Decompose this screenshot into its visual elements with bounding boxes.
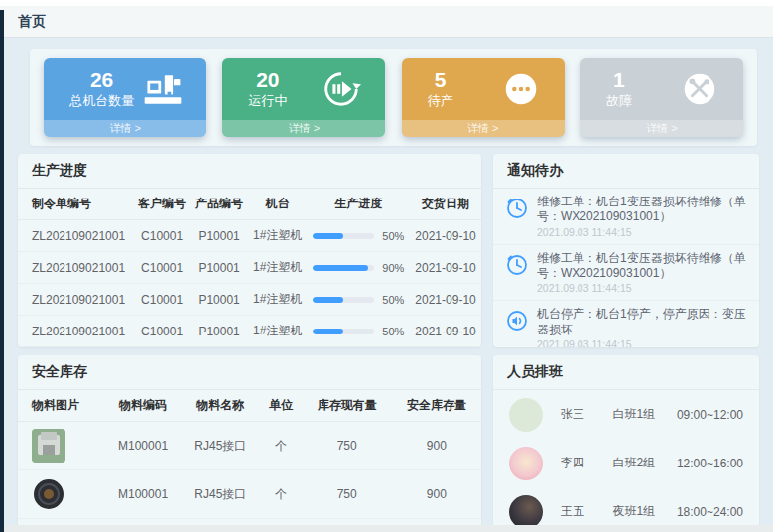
list-item[interactable]: 维修工单：机台1变压器损坏待维修（单号：WX202109031001） 2021… [493, 245, 759, 302]
cell-product: P10001 [191, 347, 248, 348]
table-row[interactable]: ZL202109021001 C10001 P10001 1#注塑机 50% 2… [18, 347, 481, 348]
cell-safety-qty: 900 [392, 422, 481, 470]
stat-card-fault[interactable]: 1 故障 详情 > [580, 58, 743, 137]
tab-home[interactable]: 首页 [18, 13, 46, 31]
cell-progress: 50% [308, 220, 411, 252]
window-top-strip [0, 0, 773, 6]
fault-detail-link[interactable]: 详情 > [580, 120, 743, 137]
fault-value: 1 [606, 67, 632, 92]
person-shift: 白班2组 [612, 455, 676, 471]
total-machines-detail-link[interactable]: 详情 > [44, 120, 206, 137]
col-material-name: 物料名称 [182, 390, 261, 422]
col-material-code: 物料编码 [105, 390, 182, 422]
cell-safety-qty: 900 [392, 470, 481, 519]
safety-stock-table: 物料图片 物料编码 物料名称 单位 库存现有量 安全库存量 [18, 390, 481, 532]
cell-order: ZL202109021001 [18, 316, 133, 347]
person-time: 12:00~16:00 [677, 457, 743, 470]
dashboard-content: 26 总机台数量 详情 > [0, 39, 773, 532]
table-row[interactable]: ZL202109021001 C10001 P10001 1#注塑机 50% 2… [18, 316, 481, 347]
notices-panel: 通知待办 维修工单：机台1变压器损坏待维修（单号：WX202109031001）… [493, 154, 759, 347]
card-body: 20 运行中 [222, 58, 385, 120]
avatar [509, 398, 543, 432]
safety-stock-title: 安全库存 [18, 355, 481, 390]
col-machine: 机台 [248, 189, 307, 220]
total-machines-value: 26 [69, 67, 134, 92]
progress-bar [313, 265, 374, 271]
table-row[interactable]: ZL202109021001 C10001 P10001 1#注塑机 50% 2… [18, 284, 481, 316]
person-time: 09:00~12:00 [677, 408, 743, 422]
cell-customer: C10001 [133, 316, 191, 347]
cell-order: ZL202109021001 [18, 252, 133, 284]
progress-percent: 50% [382, 230, 404, 242]
running-label: 运行中 [248, 92, 287, 110]
production-progress-panel: 生产进度 制令单编号 客户编号 产品编号 机台 生产进度 交货日期 ZL2021… [18, 154, 481, 347]
progress-bar [313, 297, 374, 303]
rj45-connector-image [32, 429, 65, 463]
personnel-schedule-title: 人员排班 [493, 355, 759, 390]
list-item[interactable]: 张三 白班1组 09:00~12:00 [493, 390, 759, 439]
cell-date: 2021-09-10 [410, 252, 481, 284]
running-value: 20 [248, 67, 287, 92]
cell-order: ZL202109021001 [18, 220, 133, 252]
col-progress: 生产进度 [308, 189, 411, 220]
table-row[interactable]: M100001 RJ45接口 个 750 900 [18, 422, 481, 470]
person-time: 18:00~24:00 [677, 505, 743, 519]
avatar [509, 495, 543, 529]
cell-progress: 50% [308, 316, 411, 347]
cell-machine: 1#注塑机 [248, 316, 307, 347]
col-material-image: 物料图片 [18, 390, 105, 422]
cell-machine: 1#注塑机 [248, 220, 307, 252]
waiting-detail-link[interactable]: 详情 > [402, 120, 565, 137]
running-detail-link[interactable]: 详情 > [222, 120, 385, 137]
cell-customer: C10001 [133, 347, 191, 348]
tools-icon [678, 67, 721, 111]
card-body: 26 总机台数量 [44, 58, 206, 120]
table-row[interactable]: M100001 RJ45接口 个 750 900 [18, 470, 481, 519]
cell-material-code: M100001 [105, 422, 182, 470]
progress-bar [313, 233, 374, 239]
table-row[interactable]: ZL202109021001 C10001 P10001 1#注塑机 90% 2… [18, 252, 481, 284]
card-body: 5 待产 [402, 58, 565, 120]
card-text: 1 故障 [606, 67, 632, 110]
cell-unit: 个 [260, 422, 302, 470]
stat-card-waiting[interactable]: 5 待产 详情 > [402, 58, 565, 137]
progress-percent: 50% [382, 294, 404, 306]
cell-date: 2021-09-10 [410, 220, 481, 252]
cell-order: ZL202109021001 [18, 347, 133, 348]
production-progress-title: 生产进度 [18, 154, 481, 189]
clock-icon [505, 253, 529, 277]
cell-material-name: RJ45接口 [182, 422, 261, 470]
col-customer-no: 客户编号 [133, 189, 191, 220]
notice-timestamp: 2021.09.03 11:44:15 [537, 226, 747, 238]
cell-date: 2021-09-10 [410, 284, 481, 316]
total-machines-label: 总机台数量 [69, 92, 134, 110]
cell-stock-qty: 750 [303, 470, 392, 519]
notice-body: 机台停产：机台1停产，停产原因：变压器损坏 2021.09.03 11:44:1… [537, 307, 747, 347]
cell-unit: 个 [260, 470, 302, 519]
col-product-no: 产品编号 [191, 189, 248, 220]
cell-material-code: M100001 [105, 470, 182, 519]
col-order-no: 制令单编号 [18, 189, 133, 220]
stat-card-running[interactable]: 20 运行中 详情 > [222, 58, 385, 137]
notice-timestamp: 2021.09.03 11:44:15 [537, 282, 747, 294]
col-unit: 单位 [260, 390, 302, 422]
notice-text: 维修工单：机台1变压器损坏待维修（单号：WX202109031001） [537, 251, 747, 282]
table-row[interactable]: ZL202109021001 C10001 P10001 1#注塑机 50% 2… [18, 220, 481, 252]
person-name: 王五 [561, 503, 612, 520]
cell-date: 2021-09-10 [410, 316, 481, 347]
list-item[interactable]: 维修工单：机台1变压器损坏待维修（单号：WX202109031001） 2021… [493, 189, 759, 245]
cell-machine: 1#注塑机 [248, 252, 307, 284]
machine-icon [141, 67, 185, 111]
col-safety-qty: 安全库存量 [392, 390, 481, 422]
stat-card-total-machines[interactable]: 26 总机台数量 详情 > [44, 58, 206, 137]
list-item[interactable]: 李四 白班2组 12:00~16:00 [493, 439, 759, 487]
cell-customer: C10001 [133, 252, 191, 284]
window-bottom-strip [0, 525, 773, 532]
cell-progress: 50% [308, 284, 411, 316]
person-name: 张三 [561, 406, 612, 423]
card-text: 26 总机台数量 [69, 67, 134, 110]
list-item[interactable]: 机台停产：机台1停产，停产原因：变压器损坏 2021.09.03 11:44:1… [493, 301, 759, 347]
cell-progress: 50% [308, 347, 411, 348]
notice-timestamp: 2021.09.03 11:44:15 [537, 338, 747, 347]
cell-progress: 90% [308, 252, 411, 284]
